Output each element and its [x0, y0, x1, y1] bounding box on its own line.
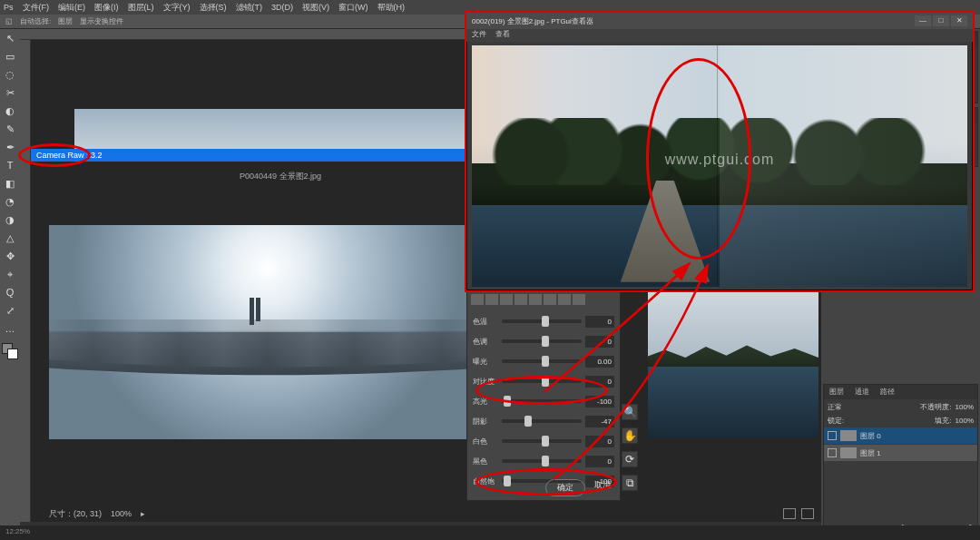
acr-row-3[interactable]: 对比度0	[473, 371, 614, 391]
tool-crop[interactable]: ✂	[0, 83, 20, 102]
acr-value[interactable]: 0	[585, 316, 614, 328]
acr-row-5[interactable]: 阴影-47	[473, 411, 614, 431]
tool-marquee[interactable]: ▭	[0, 47, 20, 65]
menu-type[interactable]: 文字(Y)	[163, 2, 191, 14]
acr-side-tools[interactable]: 🔍 ✋ ⟳ ⧉	[622, 404, 640, 491]
popup-menu-view[interactable]: 查看	[495, 29, 510, 42]
acr-slider[interactable]	[502, 359, 582, 363]
acr-tab-icon[interactable]	[471, 294, 484, 305]
acr-slider[interactable]	[502, 379, 582, 383]
acr-rotate-icon[interactable]: ⟳	[622, 451, 638, 467]
camera-raw-panel[interactable]: 色温0色调0曝光0.00对比度0高光-100阴影-47白色0黑色0自然饱-100…	[466, 290, 621, 501]
menu-layer[interactable]: 图层(L)	[128, 2, 154, 14]
blend-mode[interactable]: 正常	[828, 402, 842, 412]
cancel-button[interactable]: 取消	[594, 479, 611, 496]
acr-value[interactable]: 0	[585, 376, 614, 388]
layer-thumb[interactable]	[840, 430, 857, 441]
tool-lasso[interactable]: ◌	[0, 65, 20, 83]
acr-compare-icon[interactable]: ⧉	[622, 475, 638, 491]
tab-layers[interactable]: 图层	[824, 385, 849, 399]
opacity-value[interactable]: 100%	[956, 403, 974, 411]
acr-slider[interactable]	[502, 319, 582, 323]
background-color[interactable]	[7, 349, 18, 359]
acr-row-1[interactable]: 色调0	[473, 331, 614, 351]
ok-button[interactable]: 确定	[545, 479, 585, 496]
menu-3d[interactable]: 3D(D)	[271, 3, 293, 12]
menu-filter[interactable]: 滤镜(T)	[236, 2, 263, 14]
menu-image[interactable]: 图像(I)	[94, 2, 119, 14]
acr-value[interactable]: -47	[585, 416, 614, 427]
menu-window[interactable]: 窗口(W)	[338, 2, 368, 14]
acr-zoom-icon[interactable]: 🔍	[622, 404, 638, 420]
acr-tab-icon[interactable]	[529, 294, 542, 305]
popup-menubar[interactable]: 文件 查看	[466, 29, 973, 42]
layer-thumb[interactable]	[840, 447, 857, 458]
tool-move[interactable]: ↖	[0, 29, 20, 47]
tool-screen[interactable]: ⤢	[0, 301, 20, 319]
opt-autoselect-value[interactable]: 图层	[58, 16, 73, 26]
tool-brush[interactable]: ✎	[0, 120, 20, 138]
acr-value[interactable]: -100	[585, 396, 614, 407]
acr-tab-icon[interactable]	[573, 294, 585, 305]
menu-file[interactable]: 文件(F)	[23, 2, 50, 14]
layer-row[interactable]: 图层 1	[824, 445, 977, 461]
acr-slider[interactable]	[502, 439, 582, 443]
acr-row-0[interactable]: 色温0	[473, 311, 614, 331]
tool-quickmask[interactable]: Q	[0, 283, 20, 301]
acr-slider[interactable]	[502, 339, 582, 343]
color-swatches[interactable]	[0, 341, 20, 361]
tool-pen[interactable]: ✒	[0, 138, 20, 156]
acr-tab-icon[interactable]	[485, 294, 498, 305]
tool-shape[interactable]: ◧	[0, 174, 20, 192]
ptgui-viewer-window[interactable]: 0002(019) 全景图2.jpg - PTGui查看器 — □ ✕ 文件 查…	[465, 11, 975, 292]
tool-dodge[interactable]: ◔	[0, 192, 20, 211]
tool-zoom[interactable]: ⌖	[0, 265, 20, 283]
view-single-icon[interactable]	[783, 508, 796, 519]
menu-edit[interactable]: 编辑(E)	[58, 2, 85, 14]
tool-more[interactable]: …	[0, 319, 20, 338]
acr-tab-icon[interactable]	[544, 294, 556, 305]
visibility-icon[interactable]	[828, 431, 837, 440]
acr-tab-icon[interactable]	[500, 294, 513, 305]
popup-close-button[interactable]: ✕	[951, 15, 967, 26]
acr-row-7[interactable]: 黑色0	[473, 451, 614, 471]
panel-layers[interactable]: 图层通道路径 正常 不透明度: 100% 锁定: 填充: 100% 图层 0 图…	[823, 384, 978, 538]
menu-view[interactable]: 视图(V)	[302, 2, 329, 14]
acr-tab-icon[interactable]	[558, 294, 571, 305]
acr-row-4[interactable]: 高光-100	[473, 391, 614, 411]
tab-paths[interactable]: 路径	[875, 385, 900, 399]
tool-eyedrop[interactable]: ◐	[0, 102, 20, 120]
acr-slider[interactable]	[502, 399, 582, 403]
acr-value[interactable]: 0	[585, 336, 614, 348]
acr-hand-icon[interactable]: ✋	[622, 427, 638, 444]
status-arrow[interactable]: ▸	[141, 509, 145, 518]
filter-banner[interactable]: Camera Raw 13.2	[31, 149, 485, 162]
layer-row[interactable]: 图层 0	[824, 427, 977, 444]
popup-max-button[interactable]: □	[933, 15, 949, 26]
fill-value[interactable]: 100%	[956, 417, 974, 425]
visibility-icon[interactable]	[828, 448, 837, 457]
popup-content[interactable]: www.ptgui.com	[472, 45, 967, 287]
popup-titlebar[interactable]: 0002(019) 全景图2.jpg - PTGui查看器 — □ ✕	[466, 13, 973, 29]
opt-transform-label[interactable]: 显示变换控件	[80, 16, 123, 26]
acr-value[interactable]: 0	[585, 436, 614, 447]
acr-value[interactable]: 0	[585, 456, 614, 467]
tab-channels[interactable]: 通道	[849, 385, 875, 399]
status-zoom[interactable]: 100%	[111, 509, 132, 518]
acr-slider[interactable]	[502, 419, 582, 423]
view-compare-icon[interactable]	[801, 508, 814, 519]
popup-min-button[interactable]: —	[915, 15, 931, 26]
acr-slider[interactable]	[502, 459, 582, 463]
toolbox[interactable]: ↖ ▭ ◌ ✂ ◐ ✎ ✒ T ◧ ◔ ◑ △ ✥ ⌖ Q ⤢ …	[0, 29, 20, 540]
acr-row-6[interactable]: 白色0	[473, 431, 614, 451]
popup-menu-file[interactable]: 文件	[472, 29, 486, 42]
tool-hand[interactable]: ✥	[0, 247, 20, 265]
menu-help[interactable]: 帮助(H)	[377, 2, 406, 14]
tool-gradient[interactable]: ◑	[0, 211, 20, 229]
acr-tab-icon[interactable]	[514, 294, 527, 305]
acr-row-2[interactable]: 曝光0.00	[473, 351, 614, 371]
menu-select[interactable]: 选择(S)	[200, 2, 227, 14]
tool-type[interactable]: T	[0, 156, 20, 174]
layer-name[interactable]: 图层 1	[860, 448, 881, 458]
ruler-vertical[interactable]	[20, 40, 31, 522]
